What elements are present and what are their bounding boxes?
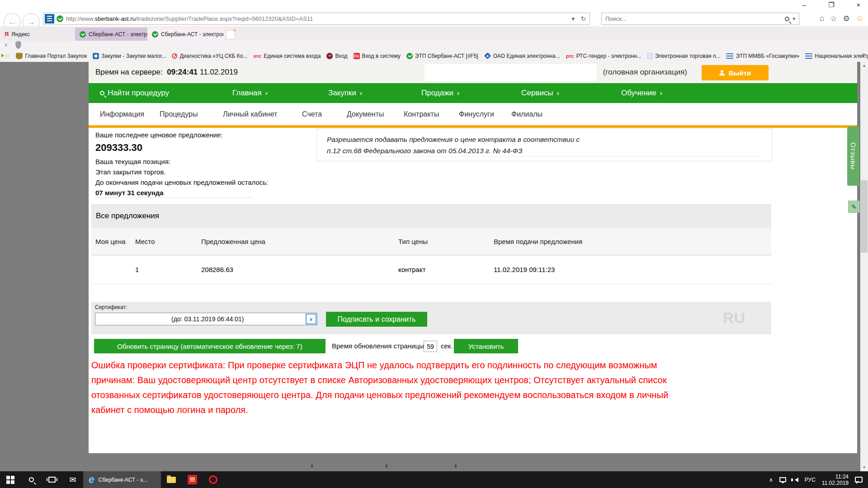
- blue-doc-icon: [93, 53, 99, 59]
- minimize-icon[interactable]: –: [799, 1, 809, 9]
- favorite-oao-eetp[interactable]: ОАО Единая электронна...: [484, 53, 560, 59]
- opera-button[interactable]: [203, 471, 223, 488]
- stage-text: Этап закрытия торгов.: [95, 167, 275, 177]
- browser-search-box[interactable]: ▾: [601, 13, 799, 25]
- url-text: http://www.sberbank-ast.ru/tradezone/Sup…: [66, 15, 313, 22]
- favorite-portal-zakupok[interactable]: Главная Портал Закупок: [16, 53, 87, 59]
- refresh-page-button[interactable]: Обновить страницу (автоматическое обновл…: [94, 339, 326, 353]
- logout-button[interactable]: Выйти: [702, 65, 769, 80]
- select-dropdown-icon[interactable]: ∨: [306, 314, 316, 324]
- subnav-finservices[interactable]: Финуслуги: [459, 103, 494, 125]
- favorite-etp[interactable]: Электронная торговая п...: [647, 53, 721, 59]
- accent-bar: [89, 125, 857, 128]
- subnav-documents[interactable]: Документы: [347, 103, 384, 125]
- search-icon[interactable]: [785, 17, 789, 21]
- set-interval-button[interactable]: Установить: [454, 339, 518, 353]
- error-line: причинам: Ваш удостоверяющий центр отсут…: [91, 373, 766, 388]
- favorite-diagnostika[interactable]: Диагностика «УЦ СКБ Ко...: [172, 53, 247, 59]
- file-explorer-button[interactable]: [161, 471, 182, 488]
- scroll-down-icon[interactable]: ▼: [860, 464, 868, 471]
- favorite-mmvb[interactable]: ЭТП ММВБ «Госзакупки»: [726, 53, 799, 59]
- task-view-button[interactable]: [42, 471, 62, 488]
- sberbank-favicon-icon: [80, 31, 86, 38]
- red-app-icon: [188, 475, 197, 484]
- folder-icon: [167, 477, 176, 483]
- addon-close-icon[interactable]: x: [5, 42, 7, 48]
- tab-yandex[interactable]: Я Яндекс: [0, 28, 75, 41]
- scrollbar-thumb[interactable]: [861, 180, 868, 253]
- subnav-information[interactable]: Информация: [100, 103, 144, 125]
- sign-and-save-button[interactable]: Подписать и сохранить: [326, 312, 427, 327]
- last-offer-label: Ваше последнее ценовое предложение:: [95, 130, 275, 140]
- tab-label: Сбербанк-АСТ - электронная...: [89, 31, 147, 38]
- interval-input[interactable]: [424, 341, 437, 352]
- pale-doc-icon: [647, 53, 653, 59]
- window-titlebar: – ❐ ×: [0, 0, 868, 11]
- refresh-page-icon[interactable]: ↻: [581, 15, 586, 22]
- url-bar[interactable]: http://www.sberbank-ast.ru/tradezone/Sup…: [43, 13, 590, 25]
- favorite-national[interactable]: Национальная электрон...: [805, 53, 868, 59]
- col-offered-price: Предложенная цена: [201, 228, 265, 255]
- scrollbar[interactable]: ▲ ▼: [860, 62, 868, 471]
- nav-purchases[interactable]: Закупки∨: [328, 83, 363, 103]
- notification-center-icon[interactable]: [855, 477, 863, 483]
- tray-date: 11.02.2019: [822, 480, 849, 486]
- favorite-vhod-v-sistemu[interactable]: FsВход в систему: [354, 53, 401, 59]
- taskbar-ie-active-button[interactable]: e Сбербанк-АСТ - э...: [83, 471, 161, 488]
- feedback-tab[interactable]: Отзывы: [847, 127, 859, 186]
- new-tab-button[interactable]: [226, 30, 235, 39]
- show-hidden-icons[interactable]: ∧: [769, 477, 773, 483]
- certificate-panel: Сертификат: (до: 03.11.2019 06:44:01) ∨ …: [91, 302, 771, 334]
- start-button[interactable]: [0, 471, 21, 488]
- certificate-select[interactable]: (до: 03.11.2019 06:44:01) ∨: [95, 313, 317, 325]
- favorite-zakupki[interactable]: Закупки - Закупки малог...: [93, 53, 166, 59]
- search-dropdown-icon[interactable]: ▾: [793, 16, 795, 22]
- server-time: Время на сервере: 09:24:41 11.02.2019: [95, 68, 238, 77]
- language-indicator[interactable]: РУС: [805, 477, 816, 483]
- subnav-branches[interactable]: Филиалы: [511, 103, 542, 125]
- error-line: отозванных сертификатов удостоверяющего …: [91, 388, 766, 403]
- scroll-up-icon[interactable]: ▲: [860, 62, 868, 70]
- gear-icon[interactable]: ⚙: [843, 14, 849, 23]
- interval-label: Время обновления страницы: [332, 339, 424, 353]
- favorites-star-icon[interactable]: ☆: [830, 14, 837, 23]
- maroon-circle-icon: [326, 53, 333, 59]
- restore-icon[interactable]: ❐: [826, 1, 836, 9]
- mail-button[interactable]: ✉: [62, 471, 83, 488]
- favorites-overflow-icon[interactable]: »: [862, 51, 865, 57]
- footer-mark: [455, 465, 457, 468]
- nav-services[interactable]: Сервисы∨: [521, 83, 560, 103]
- favorite-edinaya-sistema[interactable]: отсЕдиная система входа: [253, 53, 321, 59]
- url-dropdown-icon[interactable]: ▾: [572, 15, 575, 22]
- taskbar-search-button[interactable]: [21, 471, 42, 488]
- favorite-etp-sberbank[interactable]: ЭТП Сбербанк-АСТ [#F5]: [406, 53, 478, 59]
- add-favorite-star-icon[interactable]: ☆: [4, 52, 10, 60]
- position-label: Ваша текущая позиция:: [95, 156, 275, 167]
- col-price-type: Тип цены: [398, 228, 428, 255]
- favorite-rts-tender[interactable]: ртсРТС-тендер - электронн...: [566, 53, 642, 59]
- col-offer-time: Время подачи предложения: [494, 228, 582, 255]
- subnav-personal-cabinet[interactable]: Личный кабинет: [223, 103, 277, 125]
- nav-find-procedure[interactable]: Найти процедуру: [100, 83, 169, 103]
- red-app-button[interactable]: [182, 471, 203, 488]
- clock[interactable]: 11:24 11.02.2019: [822, 474, 849, 486]
- tab-sberbank-ast-1[interactable]: Сбербанк-АСТ - электронная...: [75, 28, 147, 41]
- nav-home[interactable]: Главная∨: [232, 83, 268, 103]
- nav-sales[interactable]: Продажи∨: [421, 83, 460, 103]
- tab-sberbank-ast-2-active[interactable]: Сбербанк-АСТ - электрон... ×: [147, 28, 223, 41]
- subnav-contracts[interactable]: Контракты: [404, 103, 439, 125]
- volume-icon[interactable]: [793, 478, 798, 482]
- nav-training[interactable]: Обучение∨: [621, 83, 663, 103]
- feedback-smiley-icon[interactable]: ☺: [856, 14, 863, 23]
- favorite-vhod[interactable]: Вход: [326, 53, 347, 59]
- search-input[interactable]: [605, 15, 785, 22]
- tray-time: 11:24: [822, 474, 849, 480]
- pencil-icon[interactable]: ✎: [848, 201, 860, 213]
- close-icon[interactable]: ×: [854, 1, 863, 9]
- network-icon[interactable]: [779, 477, 786, 482]
- red-dial-icon: [172, 53, 177, 59]
- subnav-accounts[interactable]: Счета: [302, 103, 322, 125]
- address-bar-row: ← → http://www.sberbank-ast.ru/tradezone…: [0, 11, 868, 26]
- home-icon[interactable]: ⌂: [820, 14, 824, 23]
- subnav-procedures[interactable]: Процедуры: [160, 103, 198, 125]
